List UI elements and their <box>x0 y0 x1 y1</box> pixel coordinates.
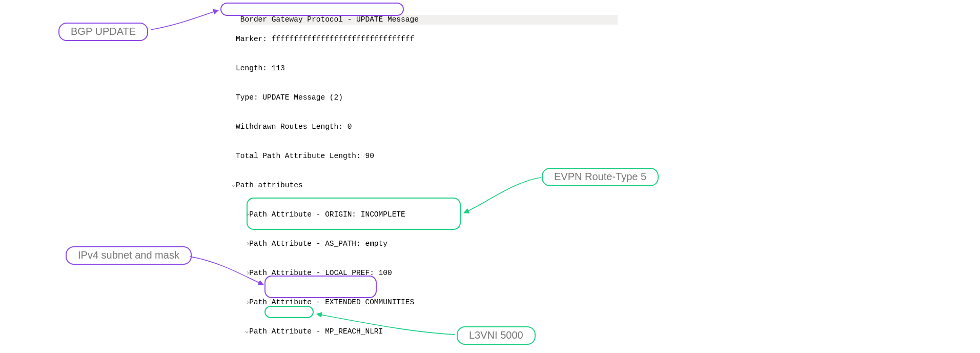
callout-l3vni: L3VNI 5000 <box>457 326 536 345</box>
tpal-row: Total Path Attribute Length: 90 <box>222 151 602 161</box>
callout-ipv4-subnet: IPv4 subnet and mask <box>66 246 192 265</box>
attr-extcomm-row[interactable]: Path Attribute - EXTENDED_COMMUNITIES <box>222 298 602 307</box>
attr-origin-row[interactable]: Path Attribute - ORIGIN: INCOMPLETE <box>222 210 602 220</box>
diagram-stage: Border Gateway Protocol - UPDATE Message… <box>0 0 980 353</box>
bgp-header-row: Border Gateway Protocol - UPDATE Message <box>240 15 618 25</box>
arrow-bgp-update <box>151 10 218 30</box>
attr-aspath-row[interactable]: Path Attribute - AS_PATH: empty <box>222 239 602 249</box>
withdrawn-row: Withdrawn Routes Length: 0 <box>222 122 602 132</box>
callout-evpn-rt5: EVPN Route-Type 5 <box>542 168 659 186</box>
attr-localpref-row[interactable]: Path Attribute - LOCAL_PREF: 100 <box>222 268 602 278</box>
type-row: Type: UPDATE Message (2) <box>222 93 602 103</box>
marker-row: Marker: ffffffffffffffffffffffffffffffff <box>222 34 602 44</box>
attr-mpreach-row[interactable]: Path Attribute - MP_REACH_NLRI <box>222 327 602 337</box>
bgp-header-text: Border Gateway Protocol - UPDATE Message <box>240 15 419 24</box>
callout-bgp-update: BGP UPDATE <box>58 23 148 41</box>
length-row: Length: 113 <box>222 64 602 73</box>
